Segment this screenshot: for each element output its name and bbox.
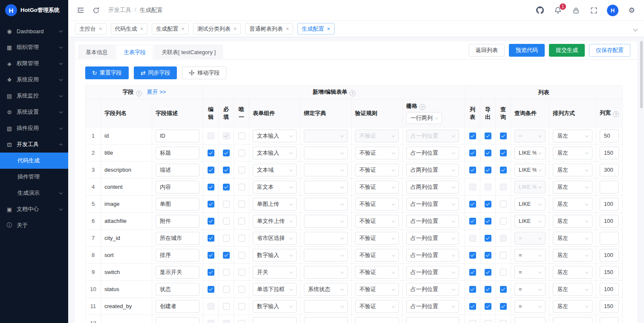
notification-bell-icon[interactable]: 1 — [553, 6, 563, 15]
breadcrumb-section[interactable]: 开发工具 — [108, 6, 131, 14]
unique-checkbox[interactable] — [238, 252, 245, 259]
sync-fields-button[interactable]: ⇄同步字段 — [134, 66, 177, 79]
unique-checkbox[interactable] — [238, 150, 245, 156]
page-tab-generation-config[interactable]: 生成配置× — [152, 23, 189, 35]
logo[interactable]: H HotGo管理系统 — [0, 0, 68, 20]
unique-checkbox[interactable] — [238, 184, 245, 190]
lock-icon[interactable] — [571, 6, 580, 15]
refresh-icon[interactable] — [91, 6, 101, 15]
help-icon[interactable]: ? — [136, 90, 142, 96]
submit-generate-button[interactable]: 提交生成 — [549, 44, 585, 57]
validation-select[interactable]: 不验证 — [355, 232, 399, 245]
edit-checkbox[interactable] — [208, 235, 214, 242]
list-checkbox[interactable] — [469, 201, 476, 208]
required-checkbox[interactable] — [223, 303, 230, 310]
unique-checkbox[interactable] — [238, 167, 245, 173]
dict-select[interactable] — [304, 249, 348, 262]
unique-checkbox[interactable] — [238, 133, 245, 139]
query-condition-select[interactable]: = — [514, 249, 546, 262]
list-checkbox[interactable] — [469, 218, 476, 225]
dict-select[interactable] — [304, 266, 348, 279]
tab-relation-table[interactable]: 关联表[ testCategory ] — [154, 45, 223, 60]
sidebar-item-generation-demo[interactable]: 生成演示 — [0, 185, 68, 201]
sidebar-item-system-app[interactable]: ❖系统应用 — [0, 72, 68, 88]
dict-select[interactable] — [304, 181, 348, 193]
grid-select[interactable]: 占一列位置 — [406, 232, 459, 245]
form-component-select[interactable]: 文本域 — [253, 164, 297, 176]
export-checkbox[interactable] — [485, 218, 491, 225]
validation-select[interactable]: 不验证 — [355, 266, 399, 279]
query-condition-select[interactable]: LIKE %...% — [514, 147, 546, 159]
query-condition-select[interactable]: LIKE %...% — [514, 164, 546, 176]
validation-select[interactable]: 不验证 — [355, 300, 399, 313]
form-component-select[interactable]: 开关 — [253, 266, 297, 279]
query-checkbox[interactable] — [500, 150, 507, 156]
tab-main-table-fields[interactable]: 主表字段 — [116, 45, 153, 60]
form-component-select[interactable]: 数字输入 — [253, 249, 297, 262]
required-checkbox[interactable] — [223, 218, 230, 225]
sidebar-item-dashboard[interactable]: ◉Dashboard — [0, 23, 68, 39]
query-checkbox[interactable] — [500, 252, 507, 259]
breadcrumb-page[interactable]: 生成配置 — [140, 6, 163, 14]
help-icon[interactable]: ? — [349, 90, 355, 96]
sidebar-item-code-generation[interactable]: 代码生成 — [0, 153, 68, 169]
export-checkbox[interactable] — [485, 150, 491, 156]
export-checkbox[interactable] — [485, 167, 491, 173]
required-checkbox[interactable] — [223, 252, 230, 259]
preview-code-button[interactable]: 预览代码 — [509, 44, 545, 57]
query-condition-select[interactable]: = — [514, 300, 546, 313]
align-select[interactable]: 居左 — [553, 300, 592, 313]
query-condition-select[interactable]: = — [514, 266, 546, 279]
grid-select[interactable] — [406, 317, 459, 323]
query-checkbox[interactable] — [500, 218, 507, 225]
form-component-select[interactable]: 单文件上传 — [253, 215, 297, 228]
align-select[interactable]: 居左 — [553, 147, 592, 159]
export-checkbox[interactable] — [485, 320, 491, 323]
list-checkbox[interactable] — [469, 252, 476, 259]
grid-select[interactable]: 占一列位置 — [406, 266, 459, 279]
grid-select[interactable]: 占一列位置 — [406, 300, 459, 313]
validation-select[interactable]: 不验证 — [355, 215, 399, 228]
page-tab-console[interactable]: 主控台× — [75, 23, 107, 35]
export-checkbox[interactable] — [485, 133, 491, 139]
query-condition-select[interactable]: LIKE — [514, 198, 546, 211]
query-checkbox[interactable] — [500, 269, 507, 276]
back-to-list-button[interactable]: 返回列表 — [469, 44, 505, 57]
form-component-select[interactable]: 单选下拉框 — [253, 283, 297, 296]
validation-select[interactable] — [355, 317, 399, 323]
column-width-input[interactable] — [600, 317, 619, 323]
validation-select[interactable]: 不验证 — [355, 198, 399, 211]
align-select[interactable]: 居左 — [553, 266, 592, 279]
align-select[interactable]: 居左 — [553, 283, 592, 296]
page-tab-generation-config-active[interactable]: 生成配置× — [297, 23, 335, 35]
fullscreen-icon[interactable] — [589, 6, 598, 15]
unique-checkbox[interactable] — [238, 218, 245, 225]
edit-checkbox[interactable] — [208, 252, 214, 259]
grid-select[interactable]: 占两列位置 — [406, 164, 459, 176]
list-checkbox[interactable] — [469, 286, 476, 293]
column-width-input[interactable] — [600, 283, 619, 296]
field-desc-input[interactable] — [156, 198, 199, 211]
edit-checkbox[interactable] — [208, 167, 214, 173]
field-desc-input[interactable] — [156, 283, 199, 296]
required-checkbox[interactable] — [223, 184, 230, 190]
field-desc-input[interactable] — [156, 266, 199, 279]
required-checkbox[interactable] — [223, 235, 230, 242]
column-width-input[interactable] — [600, 215, 619, 228]
grid-select[interactable]: 占一列位置 — [406, 249, 459, 262]
form-component-select[interactable]: 数字输入 — [253, 300, 297, 313]
avatar[interactable]: H — [607, 5, 618, 16]
validation-select[interactable]: 不验证 — [355, 147, 399, 159]
github-icon[interactable] — [535, 6, 545, 15]
required-checkbox[interactable] — [223, 201, 230, 208]
export-checkbox[interactable] — [485, 201, 491, 208]
sidebar-item-plugins[interactable]: ▧插件应用 — [0, 120, 68, 136]
edit-checkbox[interactable] — [208, 184, 214, 190]
close-icon[interactable]: × — [181, 26, 185, 32]
export-checkbox[interactable] — [485, 303, 491, 310]
close-icon[interactable]: × — [286, 26, 289, 32]
grid-select[interactable]: 占一列位置 — [406, 283, 459, 296]
list-checkbox[interactable] — [469, 303, 476, 310]
expand-link[interactable]: 展开 >> — [147, 89, 166, 95]
align-select[interactable]: 居左 — [553, 232, 592, 245]
